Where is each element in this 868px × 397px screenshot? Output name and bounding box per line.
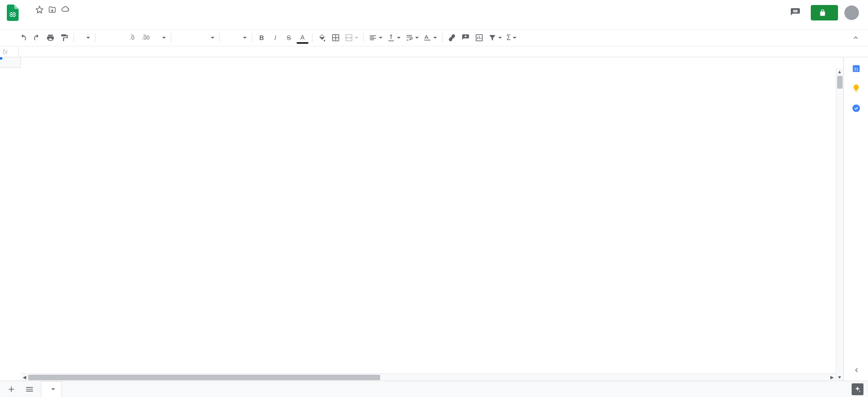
vertical-align-button[interactable] xyxy=(386,32,402,44)
spreadsheet-grid[interactable]: ▲ ▼ ◀ ▶ xyxy=(0,57,843,381)
insert-chart-button[interactable] xyxy=(473,32,485,44)
undo-button[interactable] xyxy=(17,32,29,44)
horizontal-align-button[interactable] xyxy=(367,32,384,44)
menu-editar[interactable] xyxy=(33,21,39,25)
explore-button[interactable] xyxy=(852,383,863,395)
formula-input[interactable] xyxy=(19,48,868,55)
side-panel: 31 xyxy=(843,57,868,381)
keep-icon[interactable] xyxy=(852,84,861,93)
menu-complementos[interactable] xyxy=(76,21,83,25)
insert-link-button[interactable] xyxy=(446,32,458,44)
menu-ver[interactable] xyxy=(40,21,46,25)
functions-button[interactable]: Σ xyxy=(505,32,518,44)
currency-button[interactable] xyxy=(99,32,111,44)
scroll-down-button[interactable]: ▼ xyxy=(836,373,843,381)
sheet-tab[interactable] xyxy=(41,381,62,397)
filter-button[interactable] xyxy=(487,32,503,44)
lock-icon xyxy=(819,9,826,16)
menu-datos[interactable] xyxy=(62,21,68,25)
increase-decimal-button[interactable]: .00→ xyxy=(140,32,152,44)
print-button[interactable] xyxy=(45,32,56,44)
app-logo[interactable] xyxy=(4,4,22,22)
font-size-dropdown[interactable] xyxy=(223,32,248,44)
decrease-decimal-button[interactable]: .0← xyxy=(126,32,138,44)
doc-title[interactable] xyxy=(25,9,31,10)
menu-insertar[interactable] xyxy=(47,21,54,25)
scroll-up-button[interactable]: ▲ xyxy=(836,68,843,75)
strikethrough-button[interactable]: S xyxy=(283,32,295,44)
sheet-tab-caret-icon xyxy=(51,388,55,390)
comments-button[interactable] xyxy=(786,4,804,22)
account-avatar[interactable] xyxy=(844,5,859,20)
scroll-left-button[interactable]: ◀ xyxy=(21,374,28,381)
redo-button[interactable] xyxy=(31,32,43,44)
text-color-button[interactable]: A xyxy=(297,32,308,44)
all-sheets-button[interactable] xyxy=(23,382,36,396)
paint-format-button[interactable] xyxy=(58,32,70,44)
sheet-bar xyxy=(0,381,868,397)
number-format-dropdown[interactable] xyxy=(154,32,167,44)
header-right xyxy=(786,4,864,22)
menu-herramientas[interactable] xyxy=(69,21,75,25)
fx-icon[interactable]: fx xyxy=(3,48,18,55)
side-panel-toggle[interactable] xyxy=(852,366,860,374)
menu-ayuda[interactable] xyxy=(84,21,90,25)
scroll-right-button[interactable]: ▶ xyxy=(828,374,836,381)
menu-bar xyxy=(25,16,786,29)
zoom-dropdown[interactable] xyxy=(78,32,91,44)
hscroll-thumb[interactable] xyxy=(28,375,380,380)
cloud-icon[interactable] xyxy=(61,5,70,14)
title-area xyxy=(25,4,786,29)
toolbar: .0← .00→ B I S A Σ xyxy=(0,29,868,46)
main: ▲ ▼ ◀ ▶ 31 xyxy=(0,57,868,381)
svg-text:31: 31 xyxy=(854,67,858,71)
star-icon[interactable] xyxy=(35,5,44,14)
select-all-corner[interactable] xyxy=(0,57,21,68)
svg-point-7 xyxy=(852,105,860,112)
insert-comment-button[interactable] xyxy=(460,32,471,44)
share-button[interactable] xyxy=(811,5,838,20)
borders-button[interactable] xyxy=(330,32,342,44)
horizontal-scrollbar[interactable]: ◀ ▶ xyxy=(21,373,836,381)
percent-button[interactable] xyxy=(113,32,124,44)
vertical-scrollbar[interactable]: ▲ ▼ xyxy=(836,68,843,381)
menu-formato[interactable] xyxy=(55,21,61,25)
bold-button[interactable]: B xyxy=(256,32,268,44)
move-icon[interactable] xyxy=(48,5,56,14)
add-sheet-button[interactable] xyxy=(5,382,18,396)
formula-bar: fx xyxy=(0,46,868,57)
menu-archivo[interactable] xyxy=(25,21,32,25)
text-wrap-button[interactable] xyxy=(404,32,420,44)
text-rotation-button[interactable] xyxy=(422,32,438,44)
italic-button[interactable]: I xyxy=(269,32,281,44)
header xyxy=(0,0,868,29)
calendar-icon[interactable]: 31 xyxy=(852,64,861,73)
collapse-toolbar-button[interactable] xyxy=(850,32,862,44)
merge-cells-button[interactable] xyxy=(343,32,360,44)
font-dropdown[interactable] xyxy=(175,32,216,44)
fill-color-button[interactable] xyxy=(316,32,328,44)
vscroll-thumb[interactable] xyxy=(837,76,843,89)
tasks-icon[interactable] xyxy=(852,104,861,113)
